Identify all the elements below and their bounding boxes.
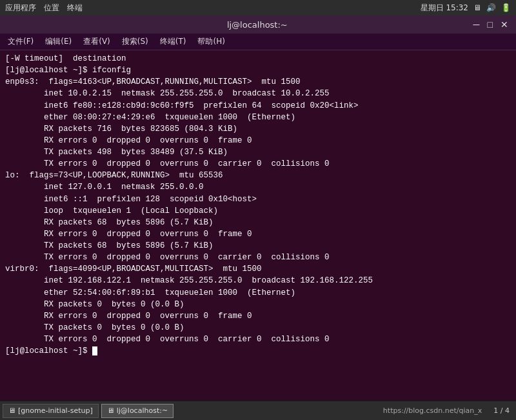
title-bar: lj@localhost:~ ─ □ ✕ bbox=[0, 15, 516, 34]
terminal-line: TX errors 0 dropped 0 overruns 0 carrier… bbox=[5, 252, 511, 263]
maximize-button[interactable]: □ bbox=[485, 19, 495, 30]
taskbar-pages: 1 / 4 bbox=[490, 406, 513, 415]
menu-bar: 文件(F) 编辑(E) 查看(V) 搜索(S) 终端(T) 帮助(H) bbox=[0, 34, 516, 50]
taskbar: 🖥 [gnome-initial-setup] 🖥 lj@localhost:~… bbox=[0, 401, 516, 420]
terminal-line: RX packets 68 bytes 5896 (5.7 KiB) bbox=[5, 217, 511, 228]
battery-icon: 🔋 bbox=[501, 3, 511, 12]
menu-search[interactable]: 搜索(S) bbox=[117, 35, 154, 48]
gnome-label: [gnome-initial-setup] bbox=[18, 406, 93, 415]
taskbar-item-terminal[interactable]: 🖥 lj@localhost:~ bbox=[101, 404, 174, 418]
terminal-line: ether 52:54:00:6f:89:b1 txqueuelen 1000 … bbox=[5, 287, 511, 299]
menu-help[interactable]: 帮助(H) bbox=[192, 35, 230, 48]
position-menu[interactable]: 位置 bbox=[44, 3, 59, 14]
terminal-line: TX packets 68 bytes 5896 (5.7 KiB) bbox=[5, 240, 511, 252]
terminal-line: lo: flags=73<UP,LOOPBACK,RUNNING> mtu 65… bbox=[5, 170, 511, 181]
terminal-line: inet6 ::1 prefixlen 128 scopeid 0x10<hos… bbox=[5, 194, 511, 205]
menu-file[interactable]: 文件(F) bbox=[3, 35, 39, 48]
terminal-line: TX errors 0 dropped 0 overruns 0 carrier… bbox=[5, 334, 511, 345]
terminal-line: RX packets 716 bytes 823685 (804.3 KiB) bbox=[5, 123, 511, 135]
terminal-line: inet 127.0.0.1 netmask 255.0.0.0 bbox=[5, 181, 511, 193]
system-bar-left: 应用程序 位置 终端 bbox=[5, 3, 83, 14]
close-button[interactable]: ✕ bbox=[498, 19, 511, 30]
system-bar: 应用程序 位置 终端 星期日 15:32 🖥 🔊 🔋 bbox=[0, 0, 516, 15]
terminal-cursor bbox=[92, 346, 97, 355]
terminal-line: inet 192.168.122.1 netmask 255.255.255.0… bbox=[5, 275, 511, 286]
terminal-line: RX errors 0 dropped 0 overruns 0 frame 0 bbox=[5, 310, 511, 322]
apps-menu[interactable]: 应用程序 bbox=[5, 3, 36, 14]
taskbar-url: https://blog.csdn.net/qian_x bbox=[378, 406, 487, 415]
terminal-line: TX packets 498 bytes 38489 (37.5 KiB) bbox=[5, 146, 511, 158]
terminal-line: RX errors 0 dropped 0 overruns 0 frame 0 bbox=[5, 228, 511, 240]
system-bar-right: 星期日 15:32 🖥 🔊 🔋 bbox=[421, 3, 511, 14]
terminal-line: virbr0: flags=4099<UP,BROADCAST,MULTICAS… bbox=[5, 263, 511, 275]
terminal-line: inet6 fe80::e128:cb9d:9c60:f9f5 prefixle… bbox=[5, 100, 511, 112]
menu-edit[interactable]: 编辑(E) bbox=[40, 35, 77, 48]
terminal-menu[interactable]: 终端 bbox=[67, 3, 83, 14]
menu-terminal[interactable]: 终端(T) bbox=[155, 35, 192, 48]
terminal-window: lj@localhost:~ ─ □ ✕ 文件(F) 编辑(E) 查看(V) 搜… bbox=[0, 15, 516, 420]
window-title: lj@localhost:~ bbox=[44, 20, 471, 30]
minimize-button[interactable]: ─ bbox=[471, 19, 482, 30]
terminal-line: TX packets 0 bytes 0 (0.0 B) bbox=[5, 322, 511, 334]
terminal-line: RX errors 0 dropped 0 overruns 0 frame 0 bbox=[5, 135, 511, 146]
datetime: 星期日 15:32 bbox=[421, 3, 468, 14]
terminal-icon: 🖥 bbox=[107, 406, 114, 415]
terminal-line: enp0s3: flags=4163<UP,BROADCAST,RUNNING,… bbox=[5, 76, 511, 88]
terminal-content[interactable]: [-W timeout] destination[lj@localhost ~]… bbox=[0, 50, 516, 401]
gnome-icon: 🖥 bbox=[8, 406, 15, 415]
terminal-line: ether 08:00:27:e4:29:e6 txqueuelen 1000 … bbox=[5, 112, 511, 123]
volume-icon: 🔊 bbox=[486, 3, 496, 12]
menu-view[interactable]: 查看(V) bbox=[78, 35, 115, 48]
terminal-line: TX errors 0 dropped 0 overruns 0 carrier… bbox=[5, 158, 511, 170]
terminal-label: lj@localhost:~ bbox=[117, 406, 168, 415]
terminal-line: RX packets 0 bytes 0 (0.0 B) bbox=[5, 299, 511, 310]
terminal-line: loop txqueuelen 1 (Local Loopback) bbox=[5, 205, 511, 217]
terminal-line: [lj@localhost ~]$ bbox=[5, 345, 511, 357]
terminal-line: inet 10.0.2.15 netmask 255.255.255.0 bro… bbox=[5, 88, 511, 99]
terminal-line: [lj@localhost ~]$ ifconfig bbox=[5, 65, 511, 76]
terminal-line: [-W timeout] destination bbox=[5, 53, 511, 65]
window-controls: ─ □ ✕ bbox=[471, 19, 511, 30]
network-icon: 🖥 bbox=[473, 3, 481, 12]
taskbar-item-gnome[interactable]: 🖥 [gnome-initial-setup] bbox=[3, 404, 99, 418]
